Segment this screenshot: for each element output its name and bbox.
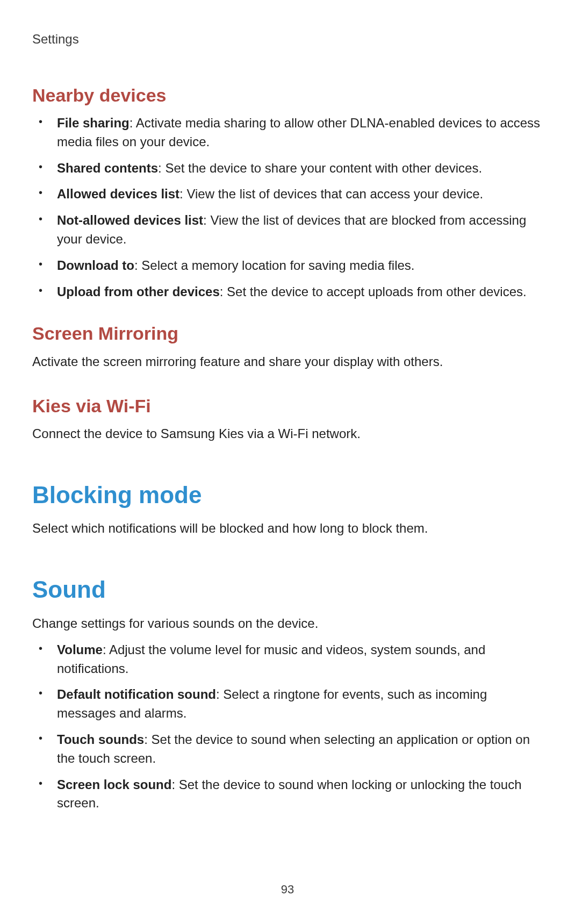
term: Not-allowed devices list — [57, 213, 203, 227]
list-item: Volume: Adjust the volume level for musi… — [51, 641, 543, 678]
heading-kies: Kies via Wi-Fi — [32, 393, 543, 419]
desc: : Adjust the volume level for music and … — [57, 642, 485, 676]
term: Default notification sound — [57, 687, 216, 701]
list-item: File sharing: Activate media sharing to … — [51, 114, 543, 152]
list-nearby-devices: File sharing: Activate media sharing to … — [32, 114, 543, 301]
heading-blocking-mode: Blocking mode — [32, 478, 543, 512]
page-number: 93 — [0, 881, 575, 898]
list-item: Touch sounds: Set the device to sound wh… — [51, 730, 543, 768]
term: Touch sounds — [57, 732, 144, 747]
term: Screen lock sound — [57, 777, 171, 792]
heading-sound: Sound — [32, 572, 543, 607]
heading-screen-mirroring: Screen Mirroring — [32, 320, 543, 347]
desc: : Select a memory location for saving me… — [134, 258, 415, 273]
document-page: Settings Nearby devices File sharing: Ac… — [0, 0, 575, 924]
list-item: Allowed devices list: View the list of d… — [51, 185, 543, 204]
term: Download to — [57, 258, 134, 273]
desc: : Set the device to accept uploads from … — [220, 284, 527, 299]
body-sound: Change settings for various sounds on th… — [32, 614, 543, 633]
term: File sharing — [57, 116, 130, 130]
term: Shared contents — [57, 161, 158, 175]
term: Upload from other devices — [57, 284, 220, 299]
body-screen-mirroring: Activate the screen mirroring feature an… — [32, 353, 543, 371]
term: Volume — [57, 642, 103, 657]
desc: : View the list of devices that can acce… — [179, 187, 483, 201]
page-header: Settings — [32, 30, 543, 49]
list-item: Shared contents: Set the device to share… — [51, 159, 543, 178]
list-item: Download to: Select a memory location fo… — [51, 256, 543, 275]
body-blocking-mode: Select which notifications will be block… — [32, 519, 543, 538]
body-kies: Connect the device to Samsung Kies via a… — [32, 425, 543, 443]
desc: : Activate media sharing to allow other … — [57, 116, 540, 149]
list-item: Upload from other devices: Set the devic… — [51, 283, 543, 302]
list-item: Screen lock sound: Set the device to sou… — [51, 776, 543, 813]
list-item: Default notification sound: Select a rin… — [51, 685, 543, 723]
list-sound: Volume: Adjust the volume level for musi… — [32, 641, 543, 813]
heading-nearby-devices: Nearby devices — [32, 82, 543, 109]
list-item: Not-allowed devices list: View the list … — [51, 211, 543, 249]
desc: : Set the device to share your content w… — [158, 161, 482, 175]
term: Allowed devices list — [57, 187, 179, 201]
